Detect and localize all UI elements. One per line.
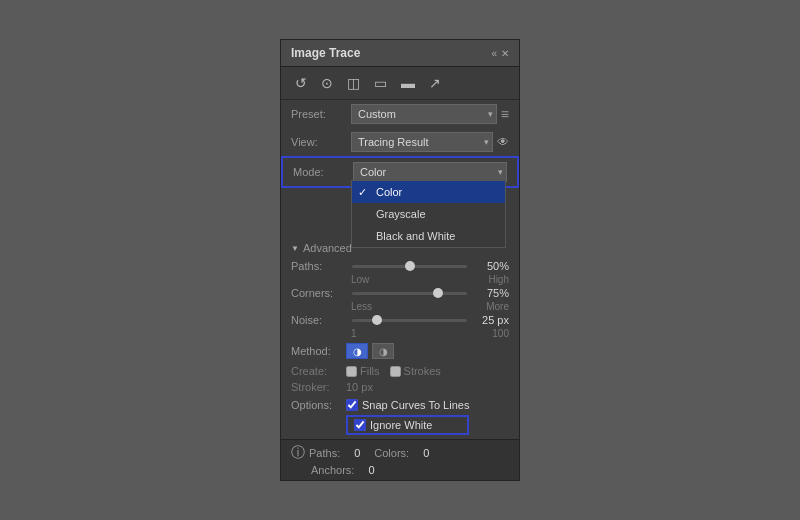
preset-row: Preset: Custom ▾ ≡ bbox=[281, 100, 519, 128]
mode-select[interactable]: Color bbox=[353, 162, 507, 182]
ignore-white-label[interactable]: Ignore White bbox=[354, 419, 432, 431]
corners-slider[interactable] bbox=[352, 292, 467, 295]
expand-icon[interactable]: « bbox=[491, 48, 497, 59]
method-row: Method: ◑ ◑ bbox=[281, 339, 519, 363]
tool-export[interactable]: ↗ bbox=[425, 73, 445, 93]
preset-select[interactable]: Custom bbox=[351, 104, 497, 124]
stroke-row: Stroker: 10 px bbox=[281, 379, 519, 395]
method-label: Method: bbox=[291, 345, 346, 357]
snap-curves-checkbox[interactable] bbox=[346, 399, 358, 411]
panel-header: Image Trace « ✕ bbox=[281, 40, 519, 67]
noise-slider-row: Noise: 25 px bbox=[281, 312, 519, 328]
noise-label: Noise: bbox=[291, 314, 346, 326]
fills-checkbox-label[interactable]: Fills bbox=[346, 365, 380, 377]
options-row: Options: Snap Curves To Lines Ignore Whi… bbox=[281, 395, 519, 439]
stroke-label: Stroker: bbox=[291, 381, 346, 393]
paths-hints: Low High bbox=[281, 274, 519, 285]
ignore-white-checkbox[interactable] bbox=[354, 419, 366, 431]
tool-refresh[interactable]: ↺ bbox=[291, 73, 311, 93]
status-colors-label: Colors: bbox=[374, 447, 409, 459]
view-select[interactable]: Tracing Result bbox=[351, 132, 493, 152]
close-icon[interactable]: ✕ bbox=[501, 48, 509, 59]
preset-select-wrap: Custom ▾ bbox=[351, 104, 497, 124]
status-anchors-label: Anchors: bbox=[311, 464, 354, 476]
status-row-1: ⓘ Paths: 0 Colors: 0 bbox=[291, 444, 509, 462]
status-paths-val: 0 bbox=[354, 447, 360, 459]
tool-save[interactable]: ◫ bbox=[343, 73, 364, 93]
create-row: Create: Fills Strokes bbox=[281, 363, 519, 379]
method-btn-2[interactable]: ◑ bbox=[372, 343, 394, 359]
dropdown-item-color[interactable]: Color bbox=[352, 181, 505, 203]
status-paths-colors: Paths: 0 Colors: 0 bbox=[309, 447, 429, 459]
noise-value: 25 px bbox=[473, 314, 509, 326]
strokes-checkbox[interactable] bbox=[390, 366, 401, 377]
toolbar: ↺ ⊙ ◫ ▭ ▬ ↗ bbox=[281, 67, 519, 100]
status-bar: ⓘ Paths: 0 Colors: 0 Anchors: 0 bbox=[281, 439, 519, 480]
method-btn-1[interactable]: ◑ bbox=[346, 343, 368, 359]
method-buttons: ◑ ◑ bbox=[346, 343, 394, 359]
corners-value: 75% bbox=[473, 287, 509, 299]
noise-hints: 1 100 bbox=[281, 328, 519, 339]
tool-mode1[interactable]: ▭ bbox=[370, 73, 391, 93]
mode-dropdown: Color Grayscale Black and White bbox=[351, 180, 506, 248]
preset-label: Preset: bbox=[291, 108, 351, 120]
corners-label: Corners: bbox=[291, 287, 346, 299]
noise-slider[interactable] bbox=[352, 319, 467, 322]
eye-icon[interactable]: 👁 bbox=[497, 135, 509, 149]
view-select-wrap: Tracing Result ▾ bbox=[351, 132, 493, 152]
header-icons: « ✕ bbox=[491, 48, 509, 59]
paths-value: 50% bbox=[473, 260, 509, 272]
status-anchors: Anchors: 0 bbox=[291, 464, 509, 476]
paths-slider[interactable] bbox=[352, 265, 467, 268]
preset-menu-icon[interactable]: ≡ bbox=[501, 106, 509, 122]
corners-slider-row: Corners: 75% bbox=[281, 285, 519, 301]
stroke-value: 10 px bbox=[346, 381, 373, 393]
create-label: Create: bbox=[291, 365, 346, 377]
options-checks: Snap Curves To Lines Ignore White bbox=[346, 399, 469, 435]
view-label: View: bbox=[291, 136, 351, 148]
paths-slider-row: Paths: 50% bbox=[281, 258, 519, 274]
tool-mode2[interactable]: ▬ bbox=[397, 73, 419, 93]
info-icon[interactable]: ⓘ bbox=[291, 444, 305, 462]
options-label: Options: bbox=[291, 399, 346, 411]
status-paths-label: Paths: bbox=[309, 447, 340, 459]
panel-title: Image Trace bbox=[291, 46, 360, 60]
tool-camera[interactable]: ⊙ bbox=[317, 73, 337, 93]
corners-hints: Less More bbox=[281, 301, 519, 312]
image-trace-panel: Image Trace « ✕ ↺ ⊙ ◫ ▭ ▬ ↗ Preset: Cust… bbox=[280, 39, 520, 481]
view-row: View: Tracing Result ▾ 👁 bbox=[281, 128, 519, 156]
ignore-white-wrap: Ignore White bbox=[346, 415, 469, 435]
paths-label: Paths: bbox=[291, 260, 346, 272]
mode-select-wrap: Color ▾ bbox=[353, 162, 507, 182]
dropdown-item-bw[interactable]: Black and White bbox=[352, 225, 505, 247]
strokes-checkbox-label[interactable]: Strokes bbox=[390, 365, 441, 377]
fills-checkbox[interactable] bbox=[346, 366, 357, 377]
mode-label: Mode: bbox=[293, 166, 353, 178]
status-anchors-val: 0 bbox=[368, 464, 374, 476]
status-colors-val: 0 bbox=[423, 447, 429, 459]
dropdown-item-grayscale[interactable]: Grayscale bbox=[352, 203, 505, 225]
snap-curves-label[interactable]: Snap Curves To Lines bbox=[346, 399, 469, 411]
